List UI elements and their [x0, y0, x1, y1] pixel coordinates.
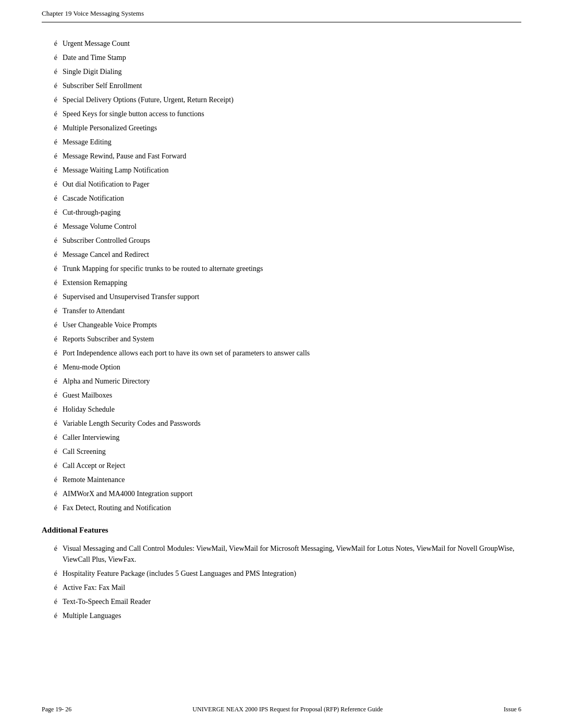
bullet-text: Subscriber Controlled Groups — [63, 235, 521, 246]
bullet-text: Active Fax: Fax Mail — [63, 582, 521, 593]
bullet-symbol: é — [42, 291, 63, 302]
page-container: Chapter 19 Voice Messaging Systems éUrge… — [0, 0, 563, 728]
bullet-symbol: é — [42, 137, 63, 147]
list-item: éCascade Notification — [42, 193, 521, 204]
chapter-title: Chapter 19 Voice Messaging Systems — [42, 9, 144, 17]
page-footer: Page 19- 26 UNIVERGE NEAX 2000 IPS Reque… — [0, 706, 563, 713]
bullet-text: Call Accept or Reject — [63, 460, 521, 471]
list-item: éMessage Rewind, Pause and Fast Forward — [42, 151, 521, 162]
list-item: éActive Fax: Fax Mail — [42, 582, 521, 593]
bullet-symbol: é — [42, 432, 63, 443]
list-item: éSubscriber Controlled Groups — [42, 235, 521, 246]
bullet-text: Multiple Personalized Greetings — [63, 122, 521, 133]
list-item: éGuest Mailboxes — [42, 390, 521, 401]
bullet-symbol: é — [42, 108, 63, 119]
list-item: éPort Independence allows each port to h… — [42, 348, 521, 359]
additional-features-heading: Additional Features — [42, 526, 521, 535]
footer-issue: Issue 6 — [504, 706, 521, 713]
bullet-text: Message Volume Control — [63, 221, 521, 232]
bullet-symbol: é — [42, 207, 63, 218]
bullet-symbol: é — [42, 334, 63, 344]
page-header: Chapter 19 Voice Messaging Systems — [0, 0, 563, 22]
bullet-text: Special Delivery Options (Future, Urgent… — [63, 94, 521, 105]
bullet-symbol: é — [42, 165, 63, 176]
bullet-text: Call Screening — [63, 446, 521, 457]
list-item: éReports Subscriber and System — [42, 334, 521, 344]
list-item: éMultiple Personalized Greetings — [42, 122, 521, 133]
bullet-text: Variable Length Security Codes and Passw… — [63, 418, 521, 429]
bullet-text: AIMWorX and MA4000 Integration support — [63, 488, 521, 499]
bullet-text: Message Cancel and Redirect — [63, 249, 521, 260]
bullet-text: Message Waiting Lamp Notification — [63, 165, 521, 176]
bullet-text: Cascade Notification — [63, 193, 521, 204]
bullet-text: Date and Time Stamp — [63, 52, 521, 63]
bullet-text: Extension Remapping — [63, 277, 521, 288]
bullet-symbol: é — [42, 488, 63, 499]
bullet-symbol: é — [42, 362, 63, 373]
list-item: éMenu-mode Option — [42, 362, 521, 373]
bullet-symbol: é — [42, 543, 63, 554]
list-item: éMessage Editing — [42, 137, 521, 147]
bullet-symbol: é — [42, 66, 63, 77]
bullet-text: Caller Interviewing — [63, 432, 521, 443]
bullet-text: User Changeable Voice Prompts — [63, 319, 521, 330]
bullet-text: Menu-mode Option — [63, 362, 521, 373]
bullet-symbol: é — [42, 582, 63, 593]
bullet-text: Supervised and Unsupervised Transfer sup… — [63, 291, 521, 302]
bullet-text: Transfer to Attendant — [63, 305, 521, 316]
list-item: éText-To-Speech Email Reader — [42, 596, 521, 607]
bullet-text: Visual Messaging and Call Control Module… — [63, 543, 521, 565]
bullet-symbol: é — [42, 610, 63, 621]
bullet-symbol: é — [42, 460, 63, 471]
list-item: éCut-through-paging — [42, 207, 521, 218]
bullet-text: Fax Detect, Routing and Notification — [63, 502, 521, 513]
bullet-symbol: é — [42, 221, 63, 232]
list-item: éMessage Volume Control — [42, 221, 521, 232]
additional-features-list: éVisual Messaging and Call Control Modul… — [42, 543, 521, 621]
list-item: éVariable Length Security Codes and Pass… — [42, 418, 521, 429]
bullet-symbol: é — [42, 446, 63, 457]
list-item: éAIMWorX and MA4000 Integration support — [42, 488, 521, 499]
list-item: éVisual Messaging and Call Control Modul… — [42, 543, 521, 565]
bullet-symbol: é — [42, 249, 63, 260]
bullet-text: Alpha and Numeric Directory — [63, 376, 521, 387]
bullet-text: Reports Subscriber and System — [63, 334, 521, 344]
bullet-symbol: é — [42, 376, 63, 387]
bullet-symbol: é — [42, 52, 63, 63]
list-item: éMultiple Languages — [42, 610, 521, 621]
bullet-symbol: é — [42, 263, 63, 274]
list-item: éAlpha and Numeric Directory — [42, 376, 521, 387]
list-item: éMessage Waiting Lamp Notification — [42, 165, 521, 176]
bullet-symbol: é — [42, 38, 63, 49]
bullet-text: Cut-through-paging — [63, 207, 521, 218]
bullet-text: Guest Mailboxes — [63, 390, 521, 401]
bullet-text: Speed Keys for single button access to f… — [63, 108, 521, 119]
list-item: éCall Screening — [42, 446, 521, 457]
bullet-symbol: é — [42, 404, 63, 415]
bullet-text: Port Independence allows each port to ha… — [63, 348, 521, 359]
list-item: éSpecial Delivery Options (Future, Urgen… — [42, 94, 521, 105]
main-content: éUrgent Message CountéDate and Time Stam… — [0, 22, 563, 675]
list-item: éOut dial Notification to Pager — [42, 179, 521, 190]
footer-right: Issue 6 — [504, 706, 521, 713]
features-list: éUrgent Message CountéDate and Time Stam… — [42, 38, 521, 513]
list-item: éTransfer to Attendant — [42, 305, 521, 316]
bullet-symbol: é — [42, 80, 63, 91]
list-item: éRemote Maintenance — [42, 474, 521, 485]
list-item: éSingle Digit Dialing — [42, 66, 521, 77]
bullet-text: Out dial Notification to Pager — [63, 179, 521, 190]
bullet-symbol: é — [42, 179, 63, 190]
bullet-symbol: é — [42, 474, 63, 485]
bullet-symbol: é — [42, 94, 63, 105]
bullet-text: Remote Maintenance — [63, 474, 521, 485]
list-item: éHospitality Feature Package (includes 5… — [42, 568, 521, 579]
bullet-text: Hospitality Feature Package (includes 5 … — [63, 568, 521, 579]
bullet-symbol: é — [42, 596, 63, 607]
bullet-symbol: é — [42, 235, 63, 246]
list-item: éCall Accept or Reject — [42, 460, 521, 471]
list-item: éSpeed Keys for single button access to … — [42, 108, 521, 119]
list-item: éDate and Time Stamp — [42, 52, 521, 63]
list-item: éFax Detect, Routing and Notification — [42, 502, 521, 513]
bullet-text: Text-To-Speech Email Reader — [63, 596, 521, 607]
bullet-text: Urgent Message Count — [63, 38, 521, 49]
